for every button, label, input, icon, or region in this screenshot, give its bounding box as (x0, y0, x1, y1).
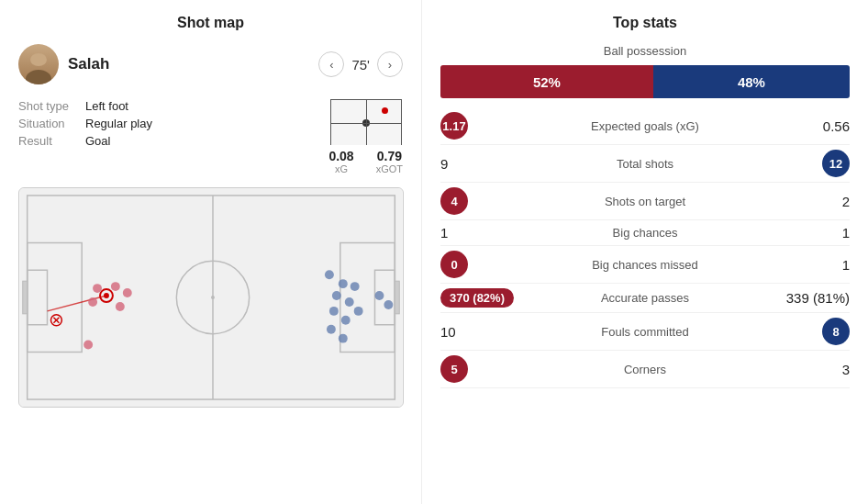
xg-values: 0.08 xG 0.79 xGOT (328, 149, 403, 174)
svg-point-25 (332, 291, 341, 300)
stat-middle-7: Corners (514, 363, 776, 376)
svg-point-24 (339, 279, 348, 288)
stat-right-5: 339 (81%) (776, 290, 850, 306)
xgot-item: 0.79 xGOT (376, 149, 403, 174)
stat-left-5: 370 (82%) (440, 288, 514, 308)
svg-point-13 (104, 293, 109, 298)
shot-type-label: Shot type (18, 99, 78, 113)
badge-blue: 12 (822, 150, 850, 177)
xgot-label: xGOT (376, 163, 403, 174)
badge-red-pill: 370 (82%) (440, 288, 514, 308)
xg-item: 0.08 xG (328, 149, 353, 174)
player-name: Salah (68, 55, 309, 73)
stat-middle-6: Fouls committed (514, 325, 776, 339)
shot-details: Shot type Left foot Situation Regular pl… (18, 99, 310, 151)
svg-point-4 (211, 296, 215, 299)
stat-val-plain: 339 (81%) (786, 290, 850, 306)
stat-row: 370 (82%)Accurate passes339 (81%) (440, 284, 850, 313)
stat-left-0: 1.17 (440, 112, 514, 140)
stat-val-plain: 2 (842, 194, 850, 209)
situation-label: Situation (18, 117, 78, 130)
goal-line-h (331, 123, 401, 124)
right-panel: Top stats Ball possession 52% 48% 1.17Ex… (422, 0, 868, 504)
goal-graphic (330, 99, 402, 145)
shot-dot (382, 107, 388, 114)
svg-point-14 (111, 282, 120, 291)
svg-point-22 (83, 341, 93, 350)
xg-label: xG (335, 163, 348, 174)
situation-value: Regular play (85, 117, 152, 130)
stat-right-0: 0.56 (776, 118, 850, 134)
xg-number: 0.08 (328, 149, 353, 163)
possession-blue: 48% (653, 65, 850, 98)
player-header: Salah ‹ 75' › (18, 44, 403, 84)
stat-middle-5: Accurate passes (514, 291, 776, 305)
avatar (18, 44, 59, 84)
pitch-svg (19, 188, 403, 407)
svg-point-27 (329, 307, 339, 316)
time-label: 75' (351, 57, 370, 73)
svg-point-28 (341, 316, 351, 325)
shot-type-value: Left foot (85, 99, 128, 113)
badge-blue: 8 (822, 318, 850, 345)
shot-type-row: Shot type Left foot (18, 99, 310, 113)
stat-right-2: 2 (776, 194, 850, 209)
stat-row: 9Total shots12 (440, 145, 850, 183)
stat-row: 5Corners3 (440, 351, 850, 388)
stat-right-7: 3 (776, 362, 850, 377)
stat-row: 0Big chances missed1 (440, 246, 850, 284)
stat-row: 1.17Expected goals (xG)0.56 (440, 107, 850, 145)
svg-point-34 (384, 300, 393, 309)
svg-point-32 (354, 307, 363, 316)
svg-point-29 (327, 325, 336, 334)
situation-row: Situation Regular play (18, 117, 310, 130)
shot-info: Shot type Left foot Situation Regular pl… (18, 99, 403, 174)
svg-point-33 (375, 291, 384, 300)
svg-rect-7 (23, 281, 28, 314)
stat-row: 10Fouls committed8 (440, 313, 850, 351)
badge-red: 4 (440, 187, 468, 215)
stat-right-3: 1 (776, 225, 850, 241)
stat-right-6: 8 (776, 318, 850, 345)
nav-controls: ‹ 75' › (318, 51, 403, 77)
stat-val-plain: 1 (842, 225, 850, 241)
svg-point-23 (325, 270, 334, 279)
result-label: Result (18, 134, 78, 148)
stat-middle-1: Total shots (514, 157, 776, 171)
possession-bar: 52% 48% (440, 65, 850, 98)
svg-point-31 (351, 282, 360, 291)
stat-left-4: 0 (440, 251, 514, 278)
stat-val-plain: 3 (842, 362, 850, 377)
stat-right-4: 1 (776, 257, 850, 273)
shot-map-title: Shot map (18, 15, 403, 31)
stat-right-1: 12 (776, 150, 850, 177)
pitch-container (18, 187, 404, 408)
stat-val-plain: 1 (842, 257, 850, 273)
badge-red: 0 (440, 251, 468, 278)
stat-row: 1Big chances1 (440, 220, 850, 246)
svg-point-16 (88, 297, 97, 307)
stat-val-plain: 0.56 (823, 118, 850, 134)
svg-point-17 (93, 284, 102, 293)
top-stats-title: Top stats (440, 15, 850, 31)
svg-rect-10 (395, 281, 399, 314)
svg-point-26 (345, 297, 354, 307)
possession-red: 52% (440, 65, 653, 98)
svg-point-30 (339, 334, 348, 343)
stat-left-1: 9 (440, 156, 514, 172)
stat-row: 4Shots on target2 (440, 183, 850, 220)
stat-val-plain: 10 (440, 324, 456, 340)
next-button[interactable]: › (377, 51, 403, 77)
stat-left-2: 4 (440, 187, 514, 215)
stat-left-3: 1 (440, 225, 514, 241)
possession-label: Ball possession (440, 44, 850, 58)
xgot-number: 0.79 (377, 149, 402, 163)
stat-middle-2: Shots on target (514, 195, 776, 208)
stat-left-6: 10 (440, 324, 514, 340)
goal-chart: 0.08 xG 0.79 xGOT (328, 99, 403, 174)
stats-container: 1.17Expected goals (xG)0.569Total shots1… (440, 107, 850, 388)
left-panel: Shot map Salah ‹ 75' › Shot type Left fo… (0, 0, 422, 504)
prev-button[interactable]: ‹ (318, 51, 344, 77)
stat-middle-0: Expected goals (xG) (514, 119, 776, 133)
stat-val-plain: 1 (440, 225, 448, 241)
